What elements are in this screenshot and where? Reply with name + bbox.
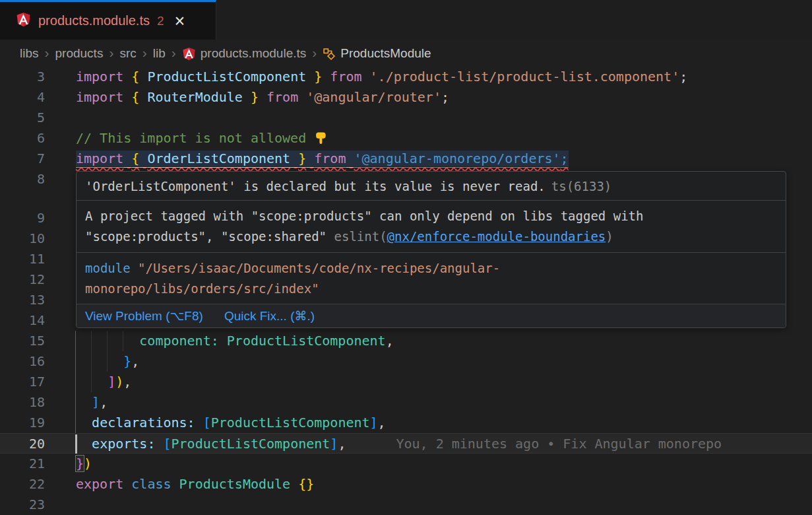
- code-token: '@angular-monorepo/orders': [354, 151, 561, 166]
- chevron-right-icon: ›: [109, 45, 113, 61]
- code-line-18[interactable]: 18 ],: [0, 392, 812, 413]
- breadcrumb-item-libs[interactable]: libs: [20, 46, 39, 61]
- code-token: [172, 476, 179, 492]
- line-number[interactable]: 18: [0, 392, 45, 413]
- breadcrumb-label: ProductsModule: [340, 46, 431, 61]
- eslint-error-line2: "scope:products", "scope:shared": [85, 229, 334, 244]
- tab-bar: products.module.ts 2 ×: [0, 0, 812, 40]
- code-line-22[interactable]: 22export class ProductsModule {}: [0, 474, 812, 495]
- code-token: ProductListComponent: [172, 436, 330, 452]
- code-token: import: [76, 151, 123, 166]
- code-text: declarations: [ProductListComponent],: [76, 413, 386, 433]
- code-line-17[interactable]: 17 ]),: [0, 372, 812, 392]
- view-problem-action[interactable]: View Problem (⌥F8): [85, 308, 203, 324]
- code-token: declarations:: [92, 415, 195, 430]
- code-token: class: [131, 476, 171, 492]
- code-text: import { OrderListComponent } from '@ang…: [76, 149, 569, 169]
- breadcrumb-item-productsmodule[interactable]: ProductsModule: [323, 46, 431, 61]
- code-token: ,: [338, 436, 346, 452]
- code-token: './product-list/product-list.component': [370, 69, 680, 85]
- code-token: }: [123, 353, 131, 369]
- code-token: [139, 69, 147, 85]
- code-token: ): [115, 374, 123, 390]
- code-token: }: [314, 69, 322, 85]
- line-number[interactable]: 17: [0, 372, 45, 392]
- pointing-down-emoji: [314, 130, 328, 151]
- code-token: ,: [123, 374, 131, 390]
- line-number[interactable]: 8: [0, 169, 45, 189]
- line-number[interactable]: 16: [0, 351, 45, 372]
- chevron-right-icon: ›: [45, 45, 49, 61]
- code-token: ): [84, 456, 92, 471]
- line-number[interactable]: 12: [0, 269, 45, 290]
- angular-icon: [182, 47, 196, 61]
- breadcrumb-item-products[interactable]: products: [55, 46, 104, 61]
- code-line-6[interactable]: 6// This import is not allowed: [0, 128, 812, 149]
- module-keyword: module: [85, 261, 131, 275]
- code-line-7[interactable]: 7import { OrderListComponent } from '@an…: [0, 149, 812, 169]
- code-line-19[interactable]: 19 declarations: [ProductListComponent],: [0, 413, 812, 433]
- code-line-16[interactable]: 16 },: [0, 351, 812, 372]
- code-token: [76, 394, 92, 410]
- eslint-source-close: ): [606, 229, 613, 244]
- ts-diagnostic-section: 'OrderListComponent' is declared but its…: [77, 172, 786, 201]
- line-number[interactable]: 9: [0, 208, 45, 228]
- code-token: from: [266, 89, 298, 105]
- code-text: // This import is not allowed: [76, 128, 328, 151]
- code-token: [306, 151, 314, 166]
- chevron-right-icon: ›: [312, 45, 317, 61]
- line-number[interactable]: 6: [0, 128, 45, 149]
- code-editor[interactable]: 'OrderListComponent' is declared but its…: [0, 67, 812, 515]
- line-number[interactable]: 11: [0, 249, 45, 269]
- quick-fix-action[interactable]: Quick Fix... (⌘.): [224, 308, 315, 324]
- breadcrumb: libs›products›src›lib›products.module.ts…: [0, 40, 812, 67]
- code-token: ]: [108, 374, 115, 390]
- code-line-5[interactable]: 5: [0, 108, 812, 128]
- code-token: '@angular/router': [306, 89, 441, 105]
- matched-bracket: }: [76, 456, 84, 471]
- breadcrumb-item-products-module-ts[interactable]: products.module.ts: [182, 46, 307, 61]
- line-number[interactable]: 13: [0, 290, 45, 310]
- line-number[interactable]: 15: [0, 331, 45, 351]
- code-token: RouterModule: [147, 89, 243, 105]
- code-token: ,: [378, 415, 386, 430]
- code-line-21[interactable]: 21}): [0, 454, 812, 474]
- ts-error-code: ts(6133): [551, 179, 612, 193]
- line-number[interactable]: 5: [0, 108, 45, 128]
- line-number[interactable]: 23: [0, 495, 45, 515]
- code-token: {: [131, 69, 139, 85]
- code-token: [76, 415, 92, 430]
- line-number[interactable]: 4: [0, 87, 45, 108]
- code-line-23[interactable]: 23: [0, 495, 812, 515]
- line-number[interactable]: 19: [0, 413, 45, 433]
- close-icon[interactable]: ×: [175, 15, 185, 28]
- line-number[interactable]: 20: [0, 434, 45, 454]
- line-number[interactable]: 10: [0, 228, 45, 249]
- breadcrumb-item-lib[interactable]: lib: [153, 46, 166, 61]
- breadcrumb-item-src[interactable]: src: [119, 46, 136, 61]
- code-line-4[interactable]: 4import { RouterModule } from '@angular/…: [0, 87, 812, 108]
- line-number[interactable]: 3: [0, 67, 45, 87]
- eslint-error-line1: A project tagged with "scope:products" c…: [85, 209, 643, 223]
- code-line-15[interactable]: 15 component: ProductListComponent,: [0, 331, 812, 351]
- breadcrumb-label: src: [119, 46, 136, 61]
- code-token: [290, 151, 298, 166]
- line-number[interactable]: 22: [0, 474, 45, 495]
- code-token: [76, 436, 92, 452]
- module-path-line1: "/Users/isaac/Documents/code/nx-recipes/…: [131, 261, 501, 275]
- eslint-source-open: eslint(: [334, 229, 387, 244]
- hover-action-bar: View Problem (⌥F8) Quick Fix... (⌘.): [77, 304, 786, 327]
- line-number[interactable]: 7: [0, 149, 45, 169]
- eslint-rule-link[interactable]: @nx/enforce-module-boundaries: [387, 229, 606, 244]
- text-cursor: [75, 434, 77, 454]
- code-text: }): [76, 454, 92, 474]
- code-text: component: ProductListComponent,: [76, 331, 394, 351]
- code-line-20[interactable]: 20 exports: [ProductListComponent],You, …: [0, 433, 812, 454]
- line-number[interactable]: 21: [0, 454, 45, 474]
- code-token: [290, 476, 298, 492]
- line-number[interactable]: 14: [0, 310, 45, 331]
- code-line-3[interactable]: 3import { ProductListComponent } from '.…: [0, 67, 812, 87]
- code-token: ProductListComponent: [227, 333, 386, 349]
- git-blame-annotation: You, 2 minutes ago • Fix Angular monorep…: [346, 436, 722, 452]
- tab-products-module[interactable]: products.module.ts 2 ×: [0, 0, 216, 40]
